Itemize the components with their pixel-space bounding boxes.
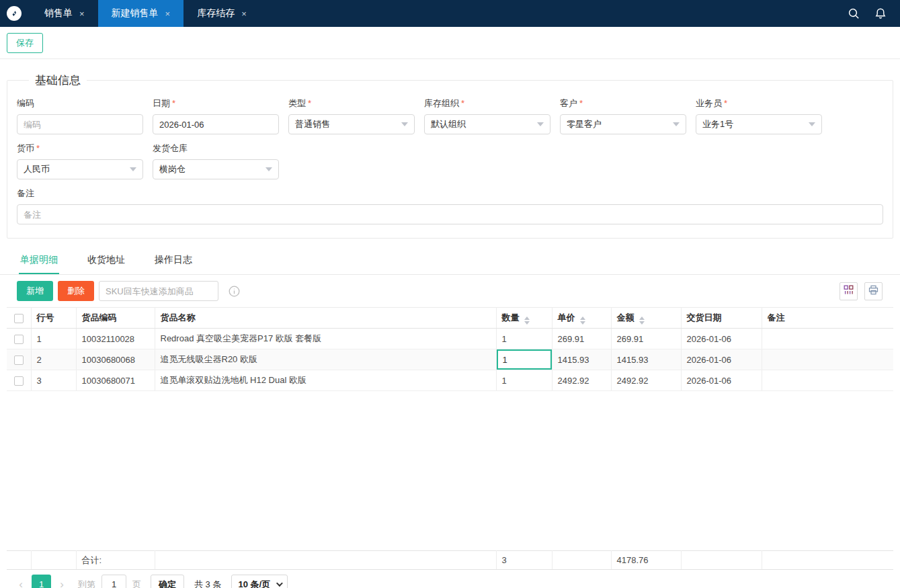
tab-label: 库存结存 — [197, 7, 235, 19]
cell-unit-price[interactable]: 2492.92 — [552, 370, 611, 391]
goto-page-input[interactable] — [101, 575, 126, 588]
cell-unit-price[interactable]: 1415.93 — [552, 349, 611, 370]
header-item-code: 货品编码 — [76, 308, 155, 329]
print-button[interactable] — [864, 282, 883, 300]
customer-select-value: 零星客户 — [567, 118, 602, 130]
cell-delivery-date[interactable]: 2026-01-06 — [681, 329, 762, 349]
basic-info-form: 编码 日期* 类型* 普通销售 库存组织* 默认组织 客户* 零星客户 — [17, 89, 883, 224]
sort-icon[interactable] — [639, 317, 645, 325]
action-bar: 保存 — [0, 27, 900, 59]
inventory-org-select[interactable]: 默认组织 — [424, 114, 550, 134]
current-page-button[interactable]: 1 — [32, 575, 51, 588]
customer-select[interactable]: 零星客户 — [560, 114, 686, 134]
tab-inventory-balance[interactable]: 库存结存 × — [183, 0, 260, 27]
cell-remark[interactable] — [762, 329, 893, 349]
field-type: 类型* 普通销售 — [288, 97, 415, 134]
cell-item-name: Redroad 真空吸尘美宠器P17 欧版 套餐版 — [155, 329, 496, 349]
cell-item-name: 追觅单滚双贴边洗地机 H12 Dual 欧版 — [155, 370, 496, 391]
close-icon[interactable]: × — [79, 9, 85, 18]
select-all-checkbox[interactable] — [14, 314, 24, 323]
warehouse-select[interactable]: 横岗仓 — [153, 159, 279, 179]
type-select[interactable]: 普通销售 — [288, 114, 415, 134]
close-icon[interactable]: × — [241, 9, 247, 18]
header-delivery-date: 交货日期 — [681, 308, 762, 329]
field-date: 日期* — [153, 97, 279, 134]
header-amount[interactable]: 金额 — [611, 308, 681, 329]
required-asterisk: * — [724, 98, 727, 108]
inventory-org-label: 库存组织* — [424, 97, 550, 110]
pagination-bar: ‹ 1 › 到第 页 确定 共 3 条 10 条/页 — [0, 570, 900, 588]
tab-operation-log[interactable]: 操作日志 — [153, 248, 194, 274]
tab-shipping-address[interactable]: 收货地址 — [86, 248, 126, 274]
field-inventory-org: 库存组织* 默认组织 — [424, 97, 550, 134]
cell-item-code: 10030680071 — [76, 370, 155, 391]
cell-unit-price[interactable]: 269.91 — [552, 329, 611, 349]
sort-icon[interactable] — [524, 317, 530, 325]
basic-info-legend: 基础信息 — [29, 73, 87, 88]
add-row-button[interactable]: 新增 — [17, 281, 53, 301]
table-row[interactable]: 2 10030680068 追觅无线吸尘器R20 欧版 1415.93 1415… — [7, 349, 893, 370]
cell-quantity-editing[interactable] — [496, 349, 552, 370]
save-button[interactable]: 保存 — [7, 33, 43, 53]
header-quantity[interactable]: 数量 — [496, 308, 552, 329]
goto-page-label: 到第 — [78, 579, 95, 588]
tab-label: 新建销售单 — [112, 7, 159, 19]
table-row[interactable]: 3 10030680071 追觅单滚双贴边洗地机 H12 Dual 欧版 1 2… — [7, 370, 893, 391]
remark-input[interactable] — [17, 204, 883, 224]
header-unit-price[interactable]: 单价 — [552, 308, 611, 329]
type-label: 类型* — [288, 97, 415, 110]
column-settings-icon — [844, 285, 854, 297]
inventory-org-select-value: 默认组织 — [431, 118, 466, 130]
field-salesman: 业务员* 业务1号 — [696, 97, 822, 134]
cell-delivery-date[interactable]: 2026-01-06 — [681, 349, 762, 370]
header-remark: 备注 — [762, 308, 893, 329]
bell-icon[interactable] — [874, 7, 887, 19]
row-checkbox[interactable] — [14, 376, 24, 386]
salesman-select[interactable]: 业务1号 — [696, 114, 822, 134]
quantity-input[interactable] — [497, 349, 552, 370]
cell-quantity[interactable]: 1 — [496, 370, 552, 391]
tab-new-sales-order[interactable]: 新建销售单 × — [98, 0, 184, 27]
search-icon[interactable] — [848, 7, 860, 19]
cell-remark[interactable] — [762, 349, 893, 370]
confirm-page-button[interactable]: 确定 — [151, 575, 184, 588]
sort-icon[interactable] — [580, 317, 585, 325]
field-warehouse: 发货仓库 横岗仓 — [153, 142, 279, 179]
table-row[interactable]: 1 10032110028 Redroad 真空吸尘美宠器P17 欧版 套餐版 … — [7, 329, 893, 349]
chevron-down-icon — [401, 122, 408, 126]
sku-quick-add-input[interactable] — [99, 281, 218, 301]
column-settings-button[interactable] — [840, 282, 858, 300]
row-checkbox[interactable] — [14, 335, 24, 344]
code-label: 编码 — [17, 97, 143, 110]
topbar-actions — [848, 7, 900, 19]
date-input[interactable] — [153, 114, 279, 134]
code-input[interactable] — [17, 114, 143, 134]
tab-order-details[interactable]: 单据明细 — [19, 248, 59, 274]
type-select-value: 普通销售 — [295, 118, 330, 130]
cell-remark[interactable] — [762, 370, 893, 391]
header-item-name: 货品名称 — [155, 308, 496, 329]
prev-page-icon[interactable]: ‹ — [13, 579, 28, 588]
currency-select[interactable]: 人民币 — [17, 159, 143, 179]
cell-delivery-date[interactable]: 2026-01-06 — [681, 370, 762, 391]
cell-quantity[interactable]: 1 — [496, 329, 552, 349]
required-asterisk: * — [579, 98, 583, 108]
cell-line-no: 3 — [31, 370, 76, 391]
next-page-icon[interactable]: › — [54, 579, 69, 588]
date-label: 日期* — [153, 97, 279, 110]
cell-item-name: 追觅无线吸尘器R20 欧版 — [155, 349, 496, 370]
row-checkbox[interactable] — [14, 355, 24, 365]
close-icon[interactable]: × — [165, 9, 171, 18]
detail-toolbar: 新增 删除 — [0, 275, 900, 307]
delete-row-button[interactable]: 删除 — [58, 281, 94, 301]
table-header-row: 行号 货品编码 货品名称 数量 单价 金额 交货日期 备注 — [7, 308, 893, 329]
app-logo-icon — [7, 6, 22, 21]
page-size-select[interactable]: 10 条/页 — [231, 575, 288, 588]
summary-cell-empty — [552, 551, 611, 570]
page-size-value: 10 条/页 — [238, 579, 270, 588]
cell-amount: 269.91 — [611, 329, 681, 349]
page-unit-label: 页 — [132, 579, 141, 588]
remark-label: 备注 — [17, 187, 883, 200]
detail-tabs: 单据明细 收货地址 操作日志 — [0, 248, 900, 275]
tab-sales-order[interactable]: 销售单 × — [31, 0, 98, 27]
